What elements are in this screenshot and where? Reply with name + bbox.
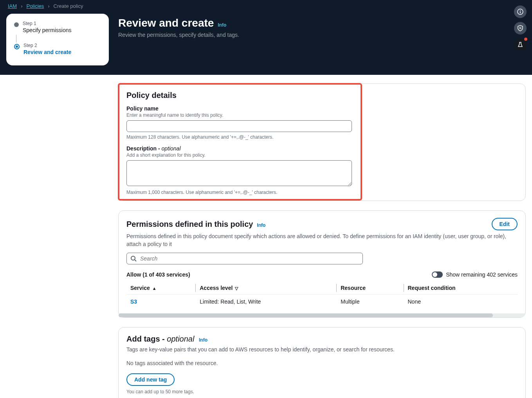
notification-dot-icon: [524, 38, 527, 41]
permissions-title: Permissions defined in this policy: [126, 220, 253, 228]
allow-summary: Allow (1 of 403 services): [126, 271, 190, 278]
cell-condition: None: [404, 295, 518, 309]
permissions-desc: Permissions defined in this policy docum…: [126, 233, 518, 248]
policy-name-input[interactable]: [126, 120, 352, 132]
permissions-panel: Permissions defined in this policy Info …: [118, 210, 526, 318]
breadcrumb-policies[interactable]: Policies: [26, 3, 44, 9]
chevron-right-icon: ›: [21, 3, 22, 9]
breadcrumb-current: Create policy: [54, 3, 83, 9]
show-remaining-label: Show remaining 402 services: [446, 271, 518, 278]
table-row[interactable]: S3 Limited: Read, List, Write Multiple N…: [126, 295, 518, 309]
show-remaining-toggle[interactable]: [432, 271, 443, 278]
wizard-step-1[interactable]: Step 1 Specify permissions: [14, 21, 101, 33]
step-dot-icon: [14, 22, 19, 27]
breadcrumb-iam[interactable]: IAM: [8, 3, 17, 9]
svg-line-1: [135, 260, 136, 261]
svg-point-5: [519, 27, 521, 29]
tags-desc: Tags are key-value pairs that you can ad…: [126, 346, 518, 354]
svg-point-0: [131, 256, 135, 260]
tags-info-link[interactable]: Info: [199, 337, 207, 343]
floating-help-icons: [514, 5, 527, 51]
step-dot-active-icon: [14, 44, 20, 49]
policy-desc-input[interactable]: [126, 160, 352, 186]
col-condition[interactable]: Request condition: [404, 282, 518, 295]
step-connector: [16, 35, 16, 43]
col-service[interactable]: Service▲: [126, 282, 196, 295]
page-subtitle: Review the permissions, specify details,…: [118, 32, 239, 38]
search-icon: [130, 255, 137, 262]
tags-title: Add tags - optional: [126, 335, 197, 343]
svg-rect-4: [520, 11, 521, 13]
col-access[interactable]: Access level▽: [196, 282, 337, 295]
policy-desc-constraint: Maximum 1,000 characters. Use alphanumer…: [126, 190, 353, 195]
step-2-label: Step 2: [23, 43, 71, 48]
permissions-table: Service▲ Access level▽ Resource Request …: [126, 282, 518, 309]
service-link-s3[interactable]: S3: [130, 298, 137, 305]
policy-name-constraint: Maximum 128 characters. Use alphanumeric…: [126, 134, 353, 140]
policy-name-label: Policy name: [126, 105, 353, 112]
shield-icon[interactable]: [514, 22, 527, 34]
step-1-title: Specify permissions: [23, 27, 72, 33]
policy-desc-hint: Add a short explanation for this policy.: [126, 152, 353, 158]
col-resource[interactable]: Resource: [337, 282, 404, 295]
policy-name-hint: Enter a meaningful name to identify this…: [126, 112, 353, 118]
tags-empty: No tags associated with the resource.: [126, 360, 518, 366]
permissions-search-input[interactable]: [126, 253, 363, 264]
flask-icon[interactable]: [514, 38, 527, 51]
edit-button[interactable]: Edit: [492, 218, 518, 230]
sort-asc-icon: ▲: [152, 286, 157, 291]
cell-resource: Multiple: [337, 295, 404, 309]
horizontal-scrollbar[interactable]: [119, 313, 525, 317]
add-new-tag-button[interactable]: Add new tag: [126, 373, 175, 386]
info-circle-icon[interactable]: [514, 5, 527, 18]
sort-icon: ▽: [235, 286, 238, 291]
permissions-info-link[interactable]: Info: [257, 223, 265, 228]
policy-details-title: Policy details: [126, 91, 353, 100]
policy-details-panel: Policy details Policy name Enter a meani…: [118, 83, 526, 201]
step-2-title: Review and create: [23, 49, 71, 55]
page-title: Review and create: [118, 17, 214, 29]
wizard-steps-card: Step 1 Specify permissions Step 2 Review…: [6, 14, 109, 65]
cell-access: Limited: Read, List, Write: [196, 295, 337, 309]
svg-point-3: [520, 10, 521, 11]
breadcrumb: IAM › Policies › Create policy: [6, 0, 526, 14]
tags-panel: Add tags - optional Info Tags are key-va…: [118, 327, 526, 398]
step-1-label: Step 1: [23, 21, 72, 26]
wizard-step-2[interactable]: Step 2 Review and create: [14, 43, 101, 55]
info-link[interactable]: Info: [218, 22, 226, 28]
policy-desc-label: Description - optional: [126, 145, 353, 152]
chevron-right-icon: ›: [48, 3, 49, 9]
tags-limit: You can add up to 50 more tags.: [126, 389, 518, 394]
